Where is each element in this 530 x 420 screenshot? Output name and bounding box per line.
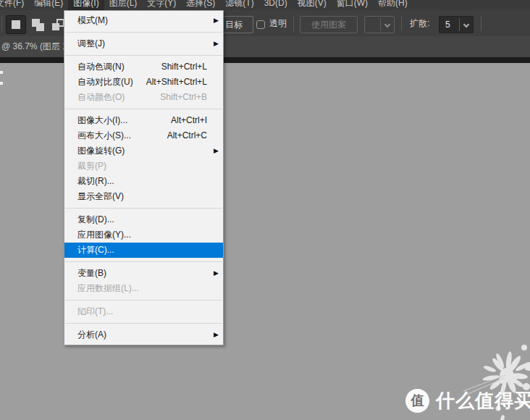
menu-separator [65,261,222,262]
menu-item-adjustments[interactable]: 调整(J) ▶ [64,36,223,51]
menu-item-analysis[interactable]: 分析(A) ▶ [64,327,223,343]
menu-item-label: 自动对比度(U) [77,75,133,90]
menu-separator [65,32,222,33]
photoshop-window: 文件(F) 编辑(E) 图像(I) 图层(L) 文字(Y) 选择(S) 滤镜(T… [0,0,530,420]
submenu-arrow-icon: ▶ [214,266,219,281]
chevron-down-icon [384,22,390,28]
submenu-arrow-icon: ▶ [214,13,219,28]
menubar-item-image[interactable]: 图像(I) [68,0,104,10]
target-label: 目标 [225,20,243,30]
diffusion-label: 扩散: [410,10,429,36]
use-pattern-button[interactable]: 使用图案 [300,16,358,33]
smzdm-logo-icon: 值 [405,389,429,413]
diffusion-value-dropdown[interactable]: 5 [439,16,474,33]
menu-bar: 文件(F) 编辑(E) 图像(I) 图层(L) 文字(Y) 选择(S) 滤镜(T… [0,0,530,10]
menubar-item-edit[interactable]: 编辑(E) [29,0,68,10]
menu-item-apply-data-set: 应用数据组(L)... [64,281,223,296]
menubar-item-type[interactable]: 文字(Y) [142,0,181,10]
submenu-arrow-icon: ▶ [214,36,219,51]
menu-separator [65,208,222,209]
add-squares-icon [32,19,44,31]
menu-item-reveal-all[interactable]: 显示全部(V) [64,189,223,204]
selection-mode-new-button[interactable] [6,15,26,34]
menu-item-label: 显示全部(V) [77,189,124,204]
menu-item-label: 复制(D)... [77,212,114,227]
menu-item-trim[interactable]: 裁切(R)... [64,174,223,189]
menu-item-label: 分析(A) [77,327,106,343]
menu-item-image-size[interactable]: 图像大小(I)... Alt+Ctrl+I [64,113,223,128]
menu-item-shortcut: Shift+Ctrl+L [161,59,207,75]
transparent-label: 透明 [269,10,287,36]
document-tab-title[interactable]: @ 36.7% (图层 1 [1,36,67,57]
menu-item-shortcut: Alt+Ctrl+C [167,128,207,143]
menu-item-label: 图像旋转(G) [77,143,125,159]
menu-item-duplicate[interactable]: 复制(D)... [64,212,223,227]
chevron-down-icon [463,22,469,28]
ruler-mark [0,71,3,74]
menu-separator [65,323,222,324]
menubar-item-view[interactable]: 视图(V) [293,0,332,10]
menu-item-label: 图像大小(I)... [77,113,127,128]
transparent-checkbox[interactable] [256,20,265,29]
image-menu-panel: 模式(M) ▶ 调整(J) ▶ 自动色调(N) Shift+Ctrl+L 自动对… [64,10,224,345]
menu-item-variables[interactable]: 变量(B) ▶ [64,266,223,281]
menu-item-auto-color: 自动颜色(O) Shift+Ctrl+B [64,90,223,105]
diffusion-value: 5 [445,17,450,33]
menu-item-label: 自动颜色(O) [77,90,125,105]
menu-item-label: 裁切(R)... [77,174,114,189]
divider [401,17,402,31]
menu-item-label: 裁剪(P) [77,159,106,174]
pattern-picker-dropdown[interactable] [364,16,395,33]
menu-item-label: 自动色调(N) [77,59,125,75]
divider [293,17,294,31]
submenu-arrow-icon: ▶ [214,327,219,343]
watermark: 值 什么值得买 [405,388,530,413]
menu-item-mode[interactable]: 模式(M) ▶ [64,13,223,28]
menu-item-label: 变量(B) [77,266,106,281]
menubar-item-file[interactable]: 文件(F) [0,0,29,10]
menu-item-apply-image[interactable]: 应用图像(Y)... [64,227,223,243]
submenu-arrow-icon: ▶ [214,143,219,159]
menu-item-auto-contrast[interactable]: 自动对比度(U) Alt+Shift+Ctrl+L [64,75,223,90]
watermark-text: 什么值得买 [436,388,530,413]
menu-item-label: 调整(J) [77,36,105,51]
divider [459,18,460,31]
menu-item-crop: 裁剪(P) [64,159,223,174]
divider [481,17,481,31]
menu-item-label: 陷印(T)... [77,304,113,319]
menu-item-label: 应用图像(Y)... [77,227,131,243]
divider [1,17,2,31]
menubar-item-layer[interactable]: 图层(L) [104,0,143,10]
menu-item-label: 画布大小(S)... [77,128,131,143]
menubar-item-filter[interactable]: 滤镜(T) [220,0,258,10]
selection-mode-add-button[interactable] [28,15,48,34]
menu-item-label: 应用数据组(L)... [77,281,139,296]
menu-item-shortcut: Alt+Shift+Ctrl+L [146,75,207,90]
menu-item-shortcut: Shift+Ctrl+B [160,90,207,105]
menu-item-image-rotation[interactable]: 图像旋转(G) ▶ [64,143,223,159]
square-icon [12,20,20,29]
menu-separator [65,55,222,56]
menu-item-canvas-size[interactable]: 画布大小(S)... Alt+Ctrl+C [64,128,223,143]
ruler-mark [0,82,3,85]
divider [380,18,381,31]
menubar-item-select[interactable]: 选择(S) [181,0,220,10]
menu-item-calculations[interactable]: 计算(C)... [64,243,223,258]
menubar-item-3d[interactable]: 3D(D) [259,0,293,10]
menu-separator [65,300,222,301]
menu-item-auto-tone[interactable]: 自动色调(N) Shift+Ctrl+L [64,59,223,75]
menubar-item-help[interactable]: 帮助(H) [373,0,413,10]
menu-item-label: 模式(M) [77,13,108,28]
menu-separator [65,109,222,109]
menu-item-shortcut: Alt+Ctrl+I [171,113,207,128]
menubar-item-window[interactable]: 窗口(W) [332,0,373,10]
subtract-squares-icon [52,19,64,31]
menu-item-trap: 陷印(T)... [64,304,223,319]
menu-item-label: 计算(C)... [77,243,114,258]
